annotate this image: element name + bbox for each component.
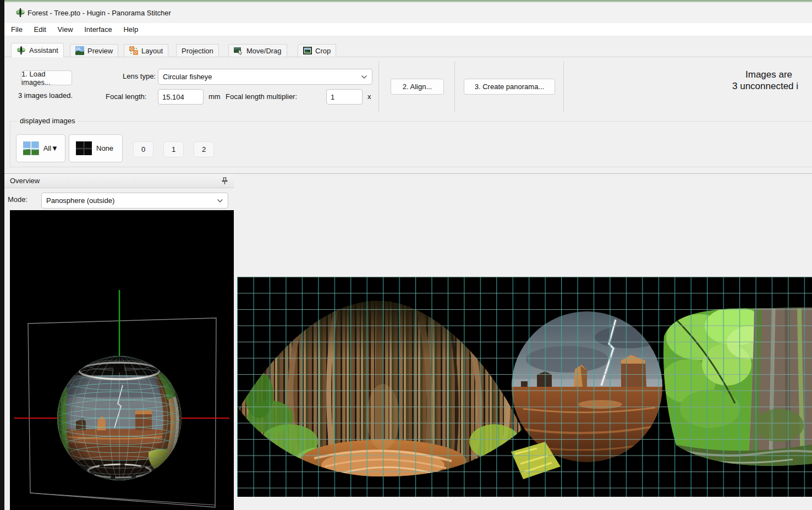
lens-type-label: Lens type: — [123, 72, 156, 80]
image-toggle-2[interactable]: 2 — [194, 141, 214, 157]
menu-file[interactable]: File — [10, 25, 24, 34]
focal-multiplier-input[interactable] — [326, 89, 363, 105]
panorama-preview-canvas[interactable] — [237, 277, 812, 497]
window-title: Forest - Tree.pto - Hugin - Panorama Sti… — [28, 9, 171, 17]
tab-divider-line — [4, 57, 812, 57]
chevron-down-icon — [361, 75, 367, 79]
focal-length-input[interactable] — [158, 89, 204, 105]
image-toggle-1-label: 1 — [172, 145, 175, 153]
tab-crop[interactable]: Crop — [298, 44, 336, 57]
tab-label: Preview — [87, 47, 113, 55]
tab-assistant[interactable]: Assistant — [11, 43, 64, 57]
toolbar-divider — [563, 62, 564, 112]
no-images-icon — [76, 141, 92, 155]
toolbar-divider — [378, 62, 379, 112]
menu-view[interactable]: View — [57, 25, 74, 34]
align-label: 2. Align... — [403, 83, 432, 91]
image-toggle-0[interactable]: 0 — [133, 141, 153, 157]
assistant-toolbar: 1. Load images... 3 images loaded. Lens … — [4, 57, 812, 115]
overview-panel-header[interactable]: Overview — [4, 173, 234, 188]
all-images-label: All▼ — [43, 144, 58, 152]
toolbar-divider — [454, 62, 455, 112]
focal-length-unit: mm — [209, 92, 221, 101]
overview-mode-row: Mode: Panosphere (outside) — [4, 188, 234, 212]
overview-mode-value: Panosphere (outside) — [46, 196, 217, 205]
displayed-images-legend: displayed images — [17, 117, 78, 125]
all-images-icon — [23, 141, 39, 155]
title-bar[interactable]: Forest - Tree.pto - Hugin - Panorama Sti… — [4, 2, 812, 23]
tab-projection[interactable]: Projection — [176, 44, 219, 57]
show-no-images-button[interactable]: None — [69, 134, 123, 162]
focal-multiplier-unit: x — [367, 92, 371, 101]
image-toggle-1[interactable]: 1 — [163, 141, 184, 157]
load-images-button[interactable]: 1. Load images... — [21, 70, 72, 85]
overview-title: Overview — [10, 177, 40, 185]
tab-label: Crop — [315, 47, 331, 55]
tab-move-drag[interactable]: Move/Drag — [228, 44, 287, 57]
panosphere-3d-view[interactable] — [10, 210, 234, 510]
gl-preview-icon: GL — [75, 46, 84, 55]
load-status: 3 images loaded. — [18, 91, 73, 100]
focal-multiplier-label: Focal length multiplier: — [226, 92, 297, 101]
load-images-label: 1. Load images... — [21, 70, 72, 86]
menu-bar: File Edit View Interface Help — [4, 23, 812, 36]
create-panorama-button[interactable]: 3. Create panorama... — [464, 79, 555, 95]
background-strip — [0, 0, 4, 510]
lens-type-select[interactable]: Circular fisheye — [158, 69, 372, 85]
tab-bar: Assistant GL Preview Layout — [4, 43, 812, 57]
connection-status-line2: 3 unconnected i — [732, 81, 798, 92]
layout-icon — [129, 46, 138, 55]
menu-help[interactable]: Help — [122, 25, 139, 34]
overview-mode-select[interactable]: Panosphere (outside) — [41, 193, 228, 209]
displayed-images-group: displayed images All▼ None 0 — [10, 121, 812, 167]
show-all-images-button[interactable]: All▼ — [16, 134, 65, 162]
image-toggle-2-label: 2 — [202, 145, 206, 153]
application-window: Forest - Tree.pto - Hugin - Panorama Sti… — [4, 2, 812, 510]
align-button[interactable]: 2. Align... — [391, 79, 444, 95]
image-toggle-0-label: 0 — [141, 145, 145, 153]
hugin-preview-window: Forest - Tree.pto - Hugin - Panorama Sti… — [0, 0, 812, 510]
svg-text:GL: GL — [76, 47, 81, 51]
tab-label: Move/Drag — [246, 47, 282, 55]
connection-status-line1: Images are — [745, 69, 792, 80]
tab-label: Projection — [182, 47, 213, 55]
pin-icon[interactable] — [221, 177, 228, 185]
move-drag-icon — [234, 46, 243, 55]
tab-preview[interactable]: GL Preview — [70, 44, 118, 57]
hugin-app-icon — [15, 8, 25, 18]
hugin-icon — [17, 46, 26, 55]
tab-label: Assistant — [29, 46, 58, 54]
focal-length-label: Focal length: — [106, 92, 146, 101]
tab-label: Layout — [141, 47, 163, 55]
crop-icon — [303, 46, 312, 55]
create-panorama-label: 3. Create panorama... — [475, 83, 544, 91]
lens-type-value: Circular fisheye — [163, 73, 361, 81]
mode-label: Mode: — [8, 195, 28, 204]
no-images-label: None — [96, 144, 113, 152]
menu-edit[interactable]: Edit — [33, 25, 47, 34]
chevron-down-icon — [217, 199, 223, 203]
preview-grid-overlay — [237, 277, 812, 497]
menu-interface[interactable]: Interface — [83, 25, 113, 34]
tab-layout[interactable]: Layout — [124, 44, 168, 57]
